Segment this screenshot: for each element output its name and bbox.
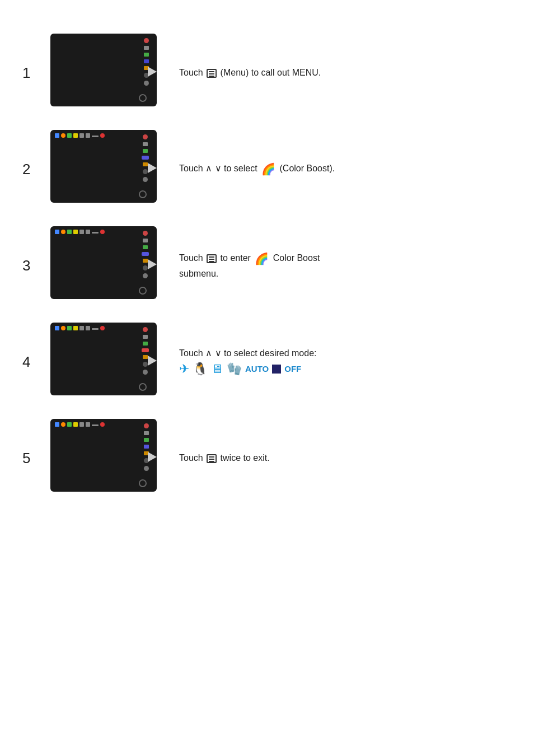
step4-arrows: ∧ ∨ to select desired mode: [205,348,316,358]
step5-pointer [148,449,163,467]
step4-bottom-btn [139,383,147,391]
step3-prefix: Touch [179,253,203,263]
step4-top-bar [55,326,105,330]
step-3-description: Touch to enter 🌈 Color Boostsubmenu. [179,250,512,281]
step4-line1: Touch ∧ ∨ to select desired mode: [179,348,512,358]
step2-bottom-btn [139,190,147,198]
step3-pointer [148,256,163,274]
step5-top-bar [55,422,105,427]
step4-prefix: Touch [179,348,203,358]
step-5-monitor [50,419,162,497]
step-5-row: 5 [22,419,512,497]
step-2-description: Touch ∧ ∨ to select 🌈 (Color Boost). [179,161,512,178]
step1-bottom-btn [139,94,147,102]
svg-marker-2 [148,259,157,269]
step-3-row: 3 [22,226,512,305]
svg-marker-4 [148,452,157,462]
svg-marker-1 [148,163,157,173]
step2-top-bar [55,133,105,138]
step-1-description: Touch (Menu) to call out MENU. [179,66,512,80]
step-3-number: 3 [22,257,50,274]
svg-marker-0 [148,67,157,77]
mode-off-label: OFF [284,364,301,374]
mode-icon-nature: 🖥 [211,362,223,376]
step2-prefix: Touch [179,164,203,173]
step1-desc-text: (Menu) to call out MENU. [221,68,321,77]
step-5-number: 5 [22,450,50,467]
mode-icon-animal: 🐧 [193,362,208,376]
step1-menu-icon [207,69,217,78]
step4-pointer [148,353,163,371]
step3-color-boost-icon: 🌈 [255,250,269,267]
step3-menu-icon [207,254,217,263]
step5-desc: twice to exit. [221,453,270,463]
step3-bottom-btn [139,287,147,295]
step3-desc: to enter [221,253,254,263]
mode-auto-label: AUTO [245,364,269,374]
mode-icon-dark [272,365,281,374]
step5-bottom-btn [139,479,147,487]
step-4-number: 4 [22,353,50,371]
step-1-monitor [50,34,162,112]
step-1-number: 1 [22,64,50,82]
svg-marker-3 [148,356,157,366]
step5-menu-icon [207,454,217,463]
mode-icon-rainbow: 🧤 [227,362,242,376]
mode-icon-person: ✈ [179,362,189,376]
step3-top-bar [55,230,105,234]
step-4-row: 4 [22,323,512,401]
step-1-row: 1 T [22,34,512,112]
step-2-row: 2 [22,130,512,208]
step2-suffix: (Color Boost). [280,164,335,173]
step1-pointer [148,64,163,82]
step1-prefix: Touch [179,68,203,77]
step-2-number: 2 [22,161,50,178]
step2-desc: ∧ ∨ to select [205,164,260,173]
step-3-monitor [50,226,162,305]
step-4-description: Touch ∧ ∨ to select desired mode: ✈ 🐧 🖥 … [179,348,512,376]
step4-mode-icons: ✈ 🐧 🖥 🧤 AUTO OFF [179,362,512,376]
step-4-monitor [50,323,162,401]
step2-pointer [148,160,163,178]
step-2-monitor [50,130,162,208]
step5-prefix: Touch [179,453,203,463]
step2-color-boost-icon: 🌈 [261,161,275,178]
step-5-description: Touch twice to exit. [179,451,512,465]
